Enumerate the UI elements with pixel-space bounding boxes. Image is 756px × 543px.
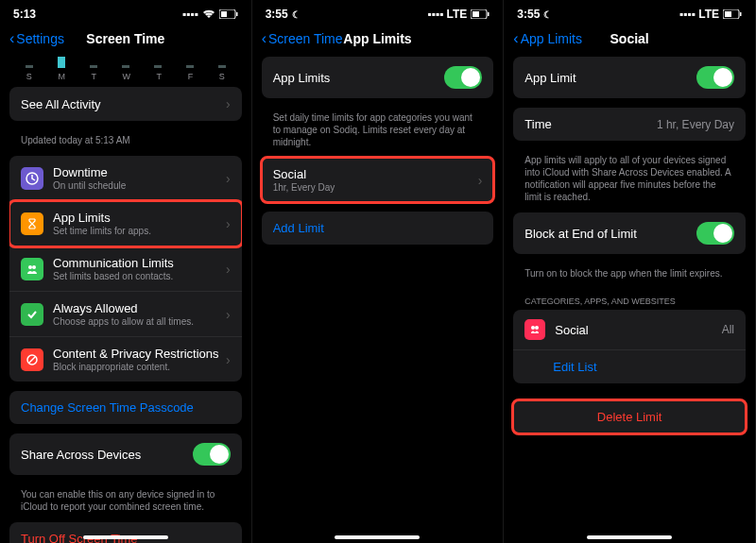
svg-rect-1	[221, 11, 227, 17]
chevron-right-icon: ›	[226, 262, 231, 277]
chevron-right-icon: ›	[226, 96, 231, 111]
status-icons: ▪▪▪▪ LTE	[679, 8, 742, 21]
time-row[interactable]: Time 1 hr, Every Day	[513, 108, 746, 141]
battery-icon	[723, 9, 742, 19]
status-icons: ▪▪▪▪ LTE	[427, 8, 490, 21]
app-limits-toggle-row[interactable]: App Limits	[262, 57, 494, 98]
turn-off-screen-time[interactable]: Turn Off Screen Time	[9, 522, 242, 543]
nav-bar: ‹ App Limits Social	[504, 25, 755, 57]
hourglass-icon	[21, 212, 43, 235]
status-bar: 3:55 ☾ ▪▪▪▪ LTE	[252, 0, 504, 25]
category-social-row[interactable]: Social All	[513, 310, 746, 350]
home-indicator[interactable]	[335, 535, 420, 539]
add-limit[interactable]: Add Limit	[262, 212, 494, 245]
share-toggle[interactable]	[193, 443, 231, 466]
nav-bar: ‹ Screen Time App Limits	[252, 25, 504, 57]
battery-icon	[219, 9, 238, 19]
chevron-right-icon: ›	[226, 307, 231, 322]
see-all-activity[interactable]: See All Activity ›	[9, 87, 242, 121]
chevron-right-icon: ›	[226, 171, 231, 186]
downtime-icon	[21, 167, 43, 190]
delete-limit[interactable]: Delete Limit	[513, 400, 746, 433]
app-limit-toggle[interactable]	[696, 66, 734, 89]
back-button[interactable]: ‹ Screen Time	[262, 30, 343, 47]
page-title: App Limits	[343, 31, 411, 46]
screen-time-panel: 5:13 ▪▪▪▪ ‹ Settings Screen Time SMTWTFS…	[0, 0, 252, 543]
chevron-left-icon: ‹	[9, 30, 14, 47]
communication-limits-row[interactable]: Communication Limits Set limits based on…	[9, 246, 242, 292]
days-row: SMTWTFS	[9, 70, 242, 87]
chevron-right-icon: ›	[226, 216, 231, 231]
signal-icon: ▪▪▪▪	[182, 8, 198, 21]
svg-rect-11	[725, 11, 731, 17]
categories-header: CATEGORIES, APPS, AND WEBSITES	[513, 289, 746, 310]
svg-point-14	[535, 326, 539, 330]
social-limit-panel: 3:55 ☾ ▪▪▪▪ LTE ‹ App Limits Social App …	[504, 0, 756, 543]
app-limits-row[interactable]: App Limits Set time limits for apps. ›	[9, 201, 242, 246]
time: 3:55	[266, 8, 288, 21]
always-allowed-row[interactable]: Always Allowed Choose apps to allow at a…	[9, 292, 242, 337]
chevron-left-icon: ‹	[513, 30, 518, 47]
back-button[interactable]: ‹ Settings	[9, 30, 64, 47]
nav-bar: ‹ Settings Screen Time	[0, 25, 251, 57]
moon-icon: ☾	[543, 9, 552, 20]
battery-icon	[471, 9, 490, 19]
app-limits-toggle[interactable]	[444, 66, 482, 89]
svg-point-13	[531, 326, 535, 330]
signal-icon: ▪▪▪▪ LTE	[427, 8, 467, 21]
updated-text: Updated today at 5:13 AM	[9, 130, 242, 156]
wifi-icon	[202, 9, 215, 19]
content-privacy-row[interactable]: Content & Privacy Restrictions Block ina…	[9, 337, 242, 382]
moon-icon: ☾	[292, 9, 301, 20]
svg-point-5	[32, 265, 36, 269]
home-indicator[interactable]	[83, 535, 168, 539]
time: 3:55	[517, 8, 540, 21]
back-button[interactable]: ‹ App Limits	[513, 30, 582, 47]
home-indicator[interactable]	[587, 535, 672, 539]
time-footer: App limits will apply to all of your dev…	[513, 150, 746, 212]
app-limits-panel: 3:55 ☾ ▪▪▪▪ LTE ‹ Screen Time App Limits…	[252, 0, 505, 543]
status-bar: 3:55 ☾ ▪▪▪▪ LTE	[504, 0, 755, 25]
svg-rect-9	[488, 12, 490, 16]
block-icon	[21, 348, 43, 371]
edit-list[interactable]: Edit List	[513, 350, 746, 383]
status-icons: ▪▪▪▪	[182, 8, 238, 21]
svg-rect-12	[740, 12, 742, 16]
usage-chart	[9, 57, 242, 70]
toggle-footer: Set daily time limits for app categories…	[262, 108, 494, 158]
check-icon	[21, 303, 43, 326]
downtime-row[interactable]: Downtime On until schedule ›	[9, 156, 242, 201]
chevron-right-icon: ›	[226, 352, 231, 367]
svg-rect-8	[472, 11, 479, 17]
block-end-row[interactable]: Block at End of Limit	[513, 212, 746, 254]
change-passcode[interactable]: Change Screen Time Passcode	[9, 391, 242, 424]
time: 5:13	[13, 8, 36, 21]
block-toggle[interactable]	[696, 222, 734, 245]
chevron-right-icon: ›	[478, 173, 483, 188]
page-title: Screen Time	[86, 31, 164, 46]
social-limit-row[interactable]: Social 1hr, Every Day ›	[262, 158, 494, 202]
share-footer: You can enable this on any device signed…	[9, 484, 242, 522]
chevron-left-icon: ‹	[262, 30, 266, 47]
share-across-devices[interactable]: Share Across Devices	[9, 433, 242, 475]
app-limit-toggle-row[interactable]: App Limit	[513, 57, 746, 98]
signal-icon: ▪▪▪▪ LTE	[679, 8, 719, 21]
communication-icon	[21, 258, 43, 280]
status-bar: 5:13 ▪▪▪▪	[0, 0, 251, 25]
social-category-icon	[524, 319, 545, 340]
page-title: Social	[610, 31, 649, 46]
svg-rect-2	[236, 12, 238, 16]
block-footer: Turn on to block the app when the limit …	[513, 263, 746, 289]
svg-point-4	[28, 265, 32, 269]
